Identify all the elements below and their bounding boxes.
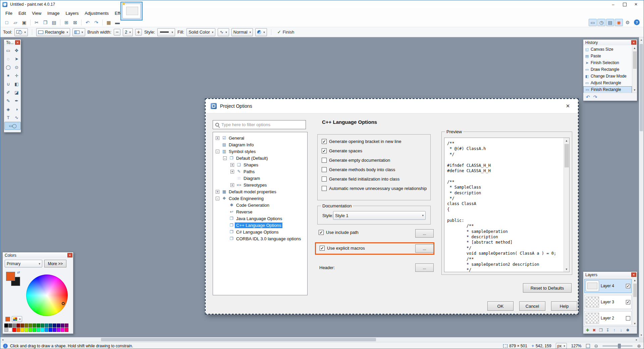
palette-swatch[interactable] — [24, 323, 28, 328]
include-path-browse-button[interactable]: ... — [415, 229, 434, 238]
menu-layers[interactable]: Layers — [62, 9, 82, 17]
scroll-down-icon[interactable] — [632, 87, 637, 93]
scroll-up-icon[interactable] — [632, 45, 637, 51]
history-window-titlebar[interactable]: History — [583, 40, 637, 45]
palette-swatch[interactable] — [8, 328, 12, 332]
scrollbar-thumb[interactable] — [633, 284, 637, 297]
palette-swatch[interactable] — [33, 323, 36, 328]
scroll-down-icon[interactable] — [564, 266, 570, 272]
paintbrush-tool[interactable]: ✐ — [4, 88, 12, 96]
scroll-up-icon[interactable] — [639, 37, 644, 42]
add-color-swatch-icon[interactable] — [5, 317, 10, 321]
brush-width-combo[interactable]: 2 — [123, 28, 133, 36]
tree-item-general[interactable]: +☑General — [213, 135, 307, 141]
layers-window-toggle[interactable]: ▤ — [606, 19, 614, 26]
zoom-out-icon[interactable] — [594, 343, 598, 349]
lasso-select-tool[interactable]: ◌ — [4, 55, 12, 63]
expander-icon[interactable]: + — [216, 136, 219, 140]
tree-item-reverse[interactable]: ↩Reverse — [213, 208, 307, 215]
palette-swatch[interactable] — [65, 323, 68, 328]
palette-swatch[interactable] — [65, 328, 68, 332]
option-checkbox-row[interactable]: Generate field initialization into class — [322, 177, 430, 182]
line-curve-tool[interactable]: ∿ — [13, 113, 21, 121]
deselect-icon[interactable]: ⊠ — [71, 19, 79, 26]
draw-mode-dropdown[interactable] — [72, 28, 85, 36]
layers-scrollbar[interactable] — [632, 278, 637, 326]
curve-type-dropdown[interactable] — [218, 28, 229, 36]
header-browse-button[interactable]: ... — [415, 263, 434, 272]
minimize-button[interactable] — [607, 0, 619, 8]
search-input[interactable] — [221, 122, 303, 127]
canvas-vertical-scrollbar[interactable] — [639, 37, 644, 337]
layer-properties-icon[interactable]: ✱ — [625, 328, 631, 333]
shape-type-dropdown[interactable]: Rectangle — [36, 28, 70, 36]
reset-to-defaults-button[interactable]: Reset to Defaults — [523, 283, 572, 293]
checkbox-icon[interactable] — [322, 177, 327, 182]
history-item-change-draw-mode[interactable]: ◧Change Draw Mode — [583, 73, 632, 80]
move-selected-pixels-tool[interactable]: ✥ — [13, 46, 21, 54]
canvas-selection[interactable]: Project Options +☑General▤Diagram Info-▥… — [206, 99, 578, 314]
ok-button[interactable]: OK — [487, 301, 514, 311]
brush-width-decrease-button[interactable] — [114, 29, 120, 36]
tree-item-corba-idl-3-0-language-options[interactable]: ❐CORBA IDL 3.0 language options — [213, 235, 307, 242]
palette-swatch[interactable] — [4, 323, 8, 328]
rectangle-select-tool[interactable]: ▭ — [4, 46, 12, 54]
palette-swatch[interactable] — [12, 328, 16, 332]
expander-icon[interactable]: - — [223, 156, 227, 160]
scroll-right-icon[interactable] — [634, 337, 639, 342]
history-item-adjust-rectangle[interactable]: ▭Adjust Rectangle — [583, 80, 632, 86]
palette-swatch[interactable] — [29, 328, 32, 332]
menu-view[interactable]: View — [29, 9, 44, 17]
clone-stamp-tool[interactable]: ◈ — [4, 105, 12, 113]
option-checkbox-row[interactable]: Generate spaces — [322, 148, 430, 153]
tree-item-diagram-info[interactable]: ▤Diagram Info — [213, 141, 307, 148]
delete-layer-icon[interactable]: ✖ — [591, 328, 597, 333]
expander-icon[interactable]: + — [230, 170, 234, 173]
color-wheel[interactable] — [26, 275, 68, 316]
history-item-finish-selection[interactable]: ➤Finish Selection — [583, 59, 632, 66]
antialiasing-dropdown[interactable] — [255, 28, 267, 36]
brush-width-increase-button[interactable] — [135, 29, 142, 36]
palette-swatch[interactable] — [20, 323, 24, 328]
expander-icon[interactable]: + — [230, 163, 234, 167]
history-window-toggle[interactable]: ◷ — [597, 19, 605, 26]
shapes-tool[interactable]: ▭◯ — [4, 122, 21, 130]
palette-swatch[interactable] — [12, 323, 16, 328]
tools-window-titlebar[interactable]: To... — [4, 40, 21, 45]
colors-window-titlebar[interactable]: Colors — [3, 252, 73, 258]
crop-to-selection-icon[interactable]: ⊞ — [62, 19, 70, 26]
palette-swatch[interactable] — [57, 328, 60, 332]
gradient-tool[interactable]: ◧ — [13, 80, 21, 88]
option-checkbox-row[interactable]: Generate empty documentation — [322, 158, 430, 163]
settings-icon[interactable]: ⚙ — [624, 19, 632, 26]
move-layer-up-icon[interactable]: ↑ — [611, 328, 617, 333]
zoom-in-icon[interactable] — [637, 343, 641, 349]
scrollbar-thumb[interactable] — [633, 51, 637, 69]
save-icon[interactable]: ▣ — [20, 19, 28, 26]
duplicate-layer-icon[interactable]: ❐ — [598, 328, 604, 333]
option-checkbox-row[interactable]: Generate methods body into class — [322, 167, 430, 172]
color-picker-tool[interactable]: ✒ — [13, 97, 21, 105]
palette-swatch[interactable] — [45, 323, 48, 328]
palette-swatch[interactable] — [45, 328, 48, 332]
palette-swatch[interactable] — [41, 328, 44, 332]
layer-visibility-checkbox[interactable] — [626, 300, 630, 304]
image-tab[interactable] — [120, 2, 143, 20]
close-button[interactable] — [630, 0, 642, 8]
pan-tool[interactable]: ✛ — [13, 71, 21, 80]
palette-swatch[interactable] — [33, 328, 36, 332]
history-redo-button[interactable] — [593, 94, 597, 100]
option-checkbox-row[interactable]: Automatic remove unnecessary usage relat… — [322, 186, 430, 191]
more-button[interactable]: More >> — [44, 260, 66, 267]
palette-swatch[interactable] — [16, 328, 20, 332]
doc-style-combo[interactable]: Style 1 — [333, 211, 426, 220]
paste-icon[interactable]: ▤ — [50, 19, 58, 26]
add-layer-icon[interactable]: ✚ — [585, 328, 590, 333]
tool-dropdown[interactable] — [14, 28, 28, 36]
tree-item-shapes[interactable]: +❑Shapes — [213, 161, 307, 168]
units-combo[interactable]: px — [556, 343, 567, 349]
undo-icon[interactable]: ↶ — [84, 19, 92, 26]
scroll-down-icon[interactable] — [639, 333, 644, 337]
palette-swatch[interactable] — [16, 323, 20, 328]
color-mode-combo[interactable]: Primary — [5, 260, 42, 267]
